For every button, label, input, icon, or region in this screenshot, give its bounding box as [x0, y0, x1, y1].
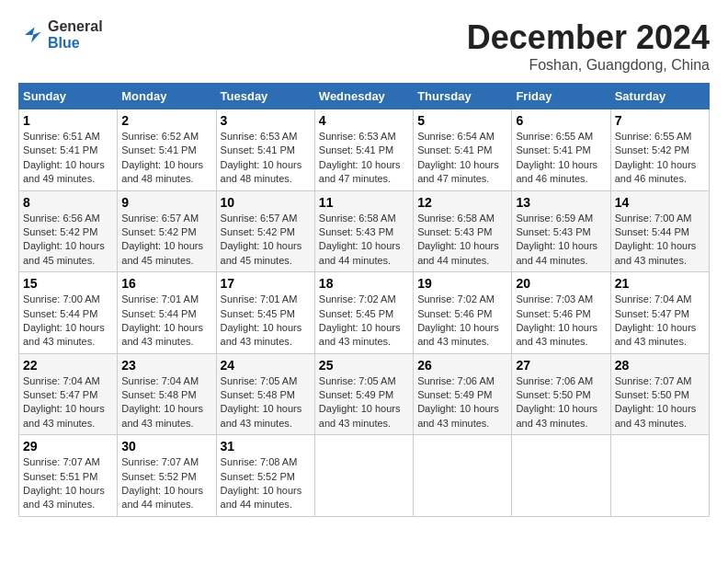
day-info: Sunrise: 7:01 AM Sunset: 5:44 PM Dayligh…: [121, 293, 211, 350]
logo: General Blue: [18, 18, 103, 51]
logo-icon: [18, 22, 44, 48]
calendar-cell: 15Sunrise: 7:00 AM Sunset: 5:44 PM Dayli…: [19, 272, 118, 354]
day-info: Sunrise: 6:55 AM Sunset: 5:42 PM Dayligh…: [615, 130, 705, 187]
calendar-cell: [314, 435, 413, 517]
day-info: Sunrise: 6:53 AM Sunset: 5:41 PM Dayligh…: [319, 130, 409, 187]
day-number: 7: [615, 113, 705, 128]
day-info: Sunrise: 6:55 AM Sunset: 5:41 PM Dayligh…: [516, 130, 606, 187]
day-info: Sunrise: 6:59 AM Sunset: 5:43 PM Dayligh…: [516, 212, 606, 269]
calendar-cell: 25Sunrise: 7:05 AM Sunset: 5:49 PM Dayli…: [314, 353, 413, 435]
day-info: Sunrise: 7:06 AM Sunset: 5:49 PM Dayligh…: [417, 374, 507, 431]
day-info: Sunrise: 7:08 AM Sunset: 5:52 PM Dayligh…: [221, 455, 311, 512]
calendar-cell: 20Sunrise: 7:03 AM Sunset: 5:46 PM Dayli…: [512, 272, 610, 354]
weekday-header: Saturday: [610, 84, 709, 109]
location: Foshan, Guangdong, China: [467, 57, 710, 74]
calendar-cell: 3Sunrise: 6:53 AM Sunset: 5:41 PM Daylig…: [216, 109, 314, 191]
day-info: Sunrise: 6:58 AM Sunset: 5:43 PM Dayligh…: [417, 212, 507, 269]
day-number: 5: [417, 113, 507, 128]
calendar-cell: 5Sunrise: 6:54 AM Sunset: 5:41 PM Daylig…: [414, 109, 512, 191]
day-number: 23: [121, 358, 211, 373]
calendar-cell: 6Sunrise: 6:55 AM Sunset: 5:41 PM Daylig…: [512, 109, 610, 191]
day-info: Sunrise: 6:56 AM Sunset: 5:42 PM Dayligh…: [23, 212, 113, 269]
day-number: 18: [319, 276, 409, 291]
day-number: 16: [121, 276, 211, 291]
calendar-cell: 11Sunrise: 6:58 AM Sunset: 5:43 PM Dayli…: [314, 190, 413, 272]
day-number: 15: [23, 276, 113, 291]
calendar-body: 1Sunrise: 6:51 AM Sunset: 5:41 PM Daylig…: [19, 109, 710, 517]
day-info: Sunrise: 7:07 AM Sunset: 5:52 PM Dayligh…: [121, 455, 211, 512]
calendar-cell: 17Sunrise: 7:01 AM Sunset: 5:45 PM Dayli…: [216, 272, 314, 354]
day-info: Sunrise: 7:04 AM Sunset: 5:48 PM Dayligh…: [121, 374, 211, 431]
day-info: Sunrise: 7:00 AM Sunset: 5:44 PM Dayligh…: [615, 212, 705, 269]
logo-text: General Blue: [48, 18, 103, 51]
day-number: 9: [121, 195, 211, 210]
day-info: Sunrise: 7:07 AM Sunset: 5:50 PM Dayligh…: [615, 374, 705, 431]
day-info: Sunrise: 7:06 AM Sunset: 5:50 PM Dayligh…: [516, 374, 606, 431]
calendar-cell: 14Sunrise: 7:00 AM Sunset: 5:44 PM Dayli…: [610, 190, 709, 272]
day-number: 8: [23, 195, 113, 210]
day-number: 2: [121, 113, 211, 128]
calendar-week: 29Sunrise: 7:07 AM Sunset: 5:51 PM Dayli…: [19, 435, 710, 517]
calendar-cell: 12Sunrise: 6:58 AM Sunset: 5:43 PM Dayli…: [414, 190, 512, 272]
day-number: 30: [121, 439, 211, 454]
day-number: 31: [221, 439, 311, 454]
calendar-cell: 30Sunrise: 7:07 AM Sunset: 5:52 PM Dayli…: [118, 435, 216, 517]
day-info: Sunrise: 7:01 AM Sunset: 5:45 PM Dayligh…: [221, 293, 311, 350]
month-title: December 2024: [467, 18, 710, 57]
day-number: 11: [319, 195, 409, 210]
calendar-cell: 9Sunrise: 6:57 AM Sunset: 5:42 PM Daylig…: [118, 190, 216, 272]
calendar-cell: 19Sunrise: 7:02 AM Sunset: 5:46 PM Dayli…: [414, 272, 512, 354]
day-info: Sunrise: 7:02 AM Sunset: 5:45 PM Dayligh…: [319, 293, 409, 350]
day-info: Sunrise: 7:05 AM Sunset: 5:49 PM Dayligh…: [319, 374, 409, 431]
calendar-cell: 16Sunrise: 7:01 AM Sunset: 5:44 PM Dayli…: [118, 272, 216, 354]
calendar: SundayMondayTuesdayWednesdayThursdayFrid…: [18, 83, 710, 517]
day-number: 29: [23, 439, 113, 454]
day-number: 27: [516, 358, 606, 373]
calendar-cell: 29Sunrise: 7:07 AM Sunset: 5:51 PM Dayli…: [19, 435, 118, 517]
day-number: 1: [23, 113, 113, 128]
day-info: Sunrise: 7:03 AM Sunset: 5:46 PM Dayligh…: [516, 293, 606, 350]
weekday-header: Friday: [512, 84, 610, 109]
calendar-week: 8Sunrise: 6:56 AM Sunset: 5:42 PM Daylig…: [19, 190, 710, 272]
day-number: 10: [221, 195, 311, 210]
day-number: 28: [615, 358, 705, 373]
weekday-header: Thursday: [414, 84, 512, 109]
day-info: Sunrise: 6:52 AM Sunset: 5:41 PM Dayligh…: [121, 130, 211, 187]
calendar-cell: 13Sunrise: 6:59 AM Sunset: 5:43 PM Dayli…: [512, 190, 610, 272]
day-number: 6: [516, 113, 606, 128]
day-info: Sunrise: 6:54 AM Sunset: 5:41 PM Dayligh…: [417, 130, 507, 187]
day-number: 20: [516, 276, 606, 291]
day-info: Sunrise: 7:04 AM Sunset: 5:47 PM Dayligh…: [23, 374, 113, 431]
day-info: Sunrise: 6:57 AM Sunset: 5:42 PM Dayligh…: [121, 212, 211, 269]
day-number: 25: [319, 358, 409, 373]
day-info: Sunrise: 7:00 AM Sunset: 5:44 PM Dayligh…: [23, 293, 113, 350]
logo-general: General: [48, 18, 103, 35]
calendar-cell: 26Sunrise: 7:06 AM Sunset: 5:49 PM Dayli…: [414, 353, 512, 435]
calendar-cell: 1Sunrise: 6:51 AM Sunset: 5:41 PM Daylig…: [19, 109, 118, 191]
day-number: 19: [417, 276, 507, 291]
day-info: Sunrise: 7:05 AM Sunset: 5:48 PM Dayligh…: [221, 374, 311, 431]
day-info: Sunrise: 6:57 AM Sunset: 5:42 PM Dayligh…: [221, 212, 311, 269]
day-info: Sunrise: 7:04 AM Sunset: 5:47 PM Dayligh…: [615, 293, 705, 350]
day-number: 4: [319, 113, 409, 128]
calendar-cell: [512, 435, 610, 517]
weekday-header: Tuesday: [216, 84, 314, 109]
day-number: 21: [615, 276, 705, 291]
day-number: 14: [615, 195, 705, 210]
calendar-cell: 28Sunrise: 7:07 AM Sunset: 5:50 PM Dayli…: [610, 353, 709, 435]
calendar-header: SundayMondayTuesdayWednesdayThursdayFrid…: [19, 84, 710, 109]
calendar-cell: [610, 435, 709, 517]
calendar-cell: 2Sunrise: 6:52 AM Sunset: 5:41 PM Daylig…: [118, 109, 216, 191]
calendar-cell: 22Sunrise: 7:04 AM Sunset: 5:47 PM Dayli…: [19, 353, 118, 435]
day-number: 12: [417, 195, 507, 210]
calendar-cell: [414, 435, 512, 517]
page-header: General Blue December 2024 Foshan, Guang…: [18, 18, 710, 74]
calendar-cell: 4Sunrise: 6:53 AM Sunset: 5:41 PM Daylig…: [314, 109, 413, 191]
day-number: 13: [516, 195, 606, 210]
day-number: 22: [23, 358, 113, 373]
weekday-header: Monday: [118, 84, 216, 109]
weekday-row: SundayMondayTuesdayWednesdayThursdayFrid…: [19, 84, 710, 109]
title-area: December 2024 Foshan, Guangdong, China: [467, 18, 710, 74]
calendar-cell: 21Sunrise: 7:04 AM Sunset: 5:47 PM Dayli…: [610, 272, 709, 354]
day-info: Sunrise: 7:02 AM Sunset: 5:46 PM Dayligh…: [417, 293, 507, 350]
